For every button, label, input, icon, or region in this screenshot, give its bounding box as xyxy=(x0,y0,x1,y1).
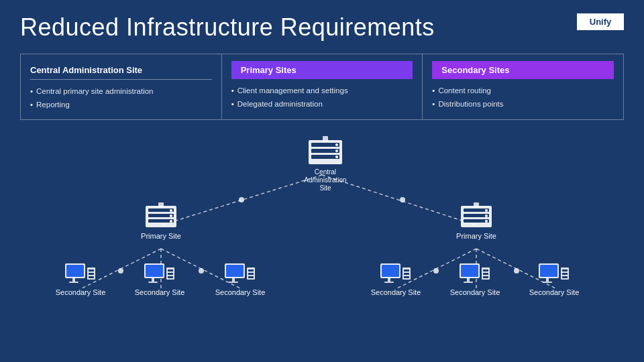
svg-rect-84 xyxy=(562,273,568,275)
svg-rect-75 xyxy=(483,269,488,272)
card-secondary: Secondary Sites Content routing Distribu… xyxy=(423,54,623,119)
svg-rect-68 xyxy=(404,273,409,275)
svg-rect-34 xyxy=(474,202,479,207)
svg-rect-47 xyxy=(146,265,163,277)
secondary-node-3: Secondary Site xyxy=(215,262,266,297)
svg-point-20 xyxy=(335,149,338,152)
svg-rect-18 xyxy=(323,136,328,141)
card-primary-heading: Primary Sites xyxy=(231,61,413,79)
right-primary-label: Primary Site xyxy=(456,231,496,241)
svg-rect-61 xyxy=(248,276,254,278)
svg-rect-79 xyxy=(540,265,557,277)
page: Reduced Infrastructure Requirements Unif… xyxy=(0,0,644,362)
svg-rect-77 xyxy=(483,276,488,278)
svg-rect-81 xyxy=(543,282,552,283)
svg-rect-16 xyxy=(311,149,339,153)
svg-point-29 xyxy=(170,220,172,223)
central-node: CentralAdministrationSite xyxy=(299,135,352,192)
svg-rect-15 xyxy=(311,143,339,147)
svg-rect-52 xyxy=(168,273,173,275)
svg-rect-49 xyxy=(148,282,158,283)
bullet-1: Central primary site administration xyxy=(30,85,212,97)
secondary-icon-4 xyxy=(379,262,413,288)
svg-point-13 xyxy=(514,268,519,274)
card-central: Central Administration Site Central prim… xyxy=(21,54,222,119)
svg-rect-26 xyxy=(158,202,164,207)
card-secondary-heading: Secondary Sites xyxy=(432,61,614,79)
svg-rect-56 xyxy=(232,278,235,282)
svg-point-35 xyxy=(485,209,488,212)
svg-rect-60 xyxy=(248,273,254,275)
bullet-3: Client management and settings xyxy=(231,84,413,97)
svg-rect-55 xyxy=(226,265,244,277)
central-label: CentralAdministrationSite xyxy=(304,168,346,192)
svg-point-21 xyxy=(335,156,338,158)
left-primary-node: Primary Site xyxy=(134,202,188,241)
secondary-icon-3 xyxy=(223,262,257,288)
svg-rect-65 xyxy=(384,282,394,283)
svg-rect-73 xyxy=(464,282,473,283)
bullet-6: Distributions points xyxy=(432,98,614,110)
card-secondary-body: Content routing Distributions points xyxy=(432,84,614,111)
svg-rect-71 xyxy=(461,265,478,277)
secondary-icon-2 xyxy=(143,262,176,288)
svg-rect-48 xyxy=(152,278,154,282)
bullet-4: Delegated administration xyxy=(231,98,413,110)
svg-point-10 xyxy=(118,268,123,274)
secondary-label-1: Secondary Site xyxy=(56,288,106,297)
svg-point-11 xyxy=(199,268,204,274)
svg-point-27 xyxy=(170,209,172,212)
card-primary: Primary Sites Client management and sett… xyxy=(222,54,423,119)
svg-point-9 xyxy=(400,197,405,202)
header: Reduced Infrastructure Requirements Unif… xyxy=(20,13,624,42)
bullet-2: Reporting xyxy=(30,99,212,111)
cards-row: Central Administration Site Central prim… xyxy=(20,54,624,120)
secondary-label-4: Secondary Site xyxy=(371,288,421,297)
svg-rect-51 xyxy=(168,269,173,272)
svg-rect-72 xyxy=(467,278,470,282)
svg-rect-67 xyxy=(404,269,409,272)
svg-point-37 xyxy=(485,220,488,223)
secondary-icon-1 xyxy=(64,262,97,288)
diagram: CentralAdministrationSite Primary Site xyxy=(20,135,624,329)
secondary-node-2: Secondary Site xyxy=(134,262,185,297)
svg-rect-69 xyxy=(404,276,409,278)
svg-rect-85 xyxy=(562,276,568,278)
secondary-label-6: Secondary Site xyxy=(529,288,580,297)
svg-rect-76 xyxy=(483,273,488,275)
right-primary-server-icon xyxy=(459,202,494,231)
svg-point-8 xyxy=(239,197,244,202)
secondary-node-6: Secondary Site xyxy=(529,262,580,297)
svg-rect-57 xyxy=(229,282,238,283)
left-primary-label: Primary Site xyxy=(141,231,181,241)
svg-rect-41 xyxy=(69,282,78,283)
secondary-node-4: Secondary Site xyxy=(370,262,421,297)
page-title: Reduced Infrastructure Requirements xyxy=(20,13,435,42)
secondary-node-5: Secondary Site xyxy=(449,262,500,297)
svg-rect-17 xyxy=(311,155,339,159)
central-server-icon xyxy=(306,135,345,168)
secondary-label-3: Secondary Site xyxy=(215,288,266,297)
secondary-icon-6 xyxy=(537,262,571,288)
card-central-heading: Central Administration Site xyxy=(30,61,212,80)
logo: Unify xyxy=(577,13,624,30)
svg-rect-53 xyxy=(168,276,173,278)
right-primary-node: Primary Site xyxy=(449,202,503,241)
secondary-label-5: Secondary Site xyxy=(450,288,500,297)
svg-rect-44 xyxy=(89,273,94,275)
svg-rect-80 xyxy=(546,278,549,282)
svg-point-19 xyxy=(335,143,338,146)
svg-rect-63 xyxy=(382,265,399,277)
card-central-body: Central primary site administration Repo… xyxy=(30,85,212,111)
secondary-label-2: Secondary Site xyxy=(135,288,185,297)
svg-rect-64 xyxy=(388,278,390,282)
svg-point-36 xyxy=(485,215,488,217)
secondary-icon-5 xyxy=(458,262,492,288)
svg-rect-45 xyxy=(89,276,94,278)
svg-rect-83 xyxy=(562,269,568,272)
svg-point-12 xyxy=(433,268,439,274)
secondary-node-1: Secondary Site xyxy=(55,262,106,297)
card-primary-body: Client management and settings Delegated… xyxy=(231,84,413,111)
bullet-5: Content routing xyxy=(432,84,614,97)
svg-rect-39 xyxy=(66,265,84,277)
